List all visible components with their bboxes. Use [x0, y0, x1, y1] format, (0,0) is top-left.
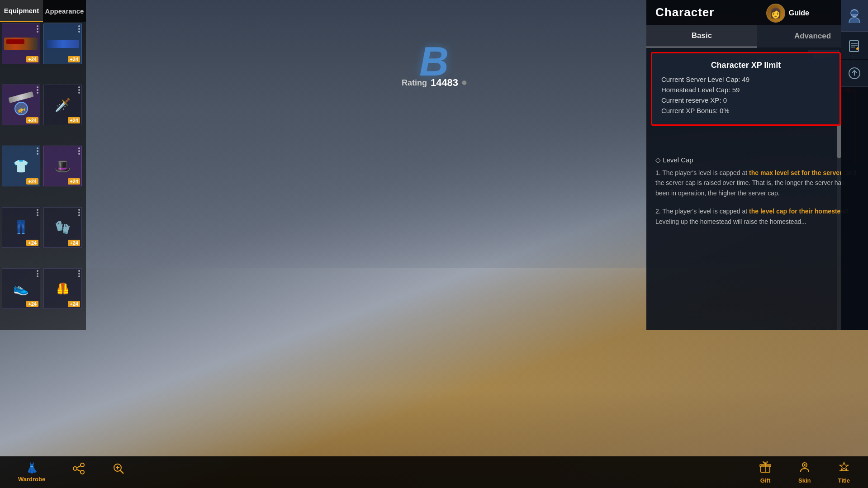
share-icon	[72, 462, 85, 478]
badge-item4: +24	[68, 117, 80, 123]
badge-drone: +24	[26, 117, 38, 123]
xp-row-bonus: Current XP Bonus: 0%	[661, 107, 830, 114]
character-title: Character	[655, 5, 714, 19]
bottom-zoom[interactable]	[112, 462, 125, 483]
equipment-grid: +24 +24 🚁 +24 🗡️ +24 👕 +24	[0, 22, 86, 330]
level-cap-p1: 1. The player's level is capped at the m…	[655, 168, 859, 198]
equip-item-vest[interactable]: 🦺 +24	[43, 268, 82, 309]
bottom-right-group: Gift Skin Title	[759, 461, 850, 484]
xp-tooltip: Character XP limit Current Server Level …	[651, 52, 841, 126]
equip-item-drone[interactable]: 🚁 +24	[2, 85, 40, 125]
equip-item-item4[interactable]: 🗡️ +24	[43, 85, 82, 125]
bottom-left-group: 👗 Wardrobe	[18, 462, 125, 483]
rating-display: Rating 14483	[402, 77, 466, 89]
main-tabs: Basic Advanced	[646, 25, 868, 47]
nav-edit-icon[interactable]	[841, 32, 868, 59]
svg-line-13	[77, 466, 81, 468]
rating-dot	[462, 81, 466, 85]
skin-icon	[799, 461, 811, 475]
badge-shotgun: +24	[68, 56, 80, 62]
guide-button[interactable]: 👩 Guide	[766, 4, 809, 23]
xp-row-reserve: Current reserve XP: 0	[661, 96, 830, 104]
bottom-share[interactable]	[72, 462, 85, 483]
title-bar: 👩 Guide Character ✕	[646, 0, 868, 25]
info-content: More∨ Character XP limit Current Server …	[646, 47, 868, 330]
gift-icon	[759, 461, 771, 475]
bottom-skin[interactable]: Skin	[798, 461, 811, 484]
rating-label: Rating	[402, 78, 427, 88]
gift-label: Gift	[760, 477, 770, 484]
nav-upload-icon[interactable]	[841, 60, 868, 87]
equip-item-shotgun[interactable]: +24	[43, 24, 82, 64]
skin-label: Skin	[798, 477, 811, 484]
equip-item-pants[interactable]: 👖 +24	[2, 207, 40, 248]
bottom-wardrobe[interactable]: 👗 Wardrobe	[18, 462, 45, 483]
tab-equipment[interactable]: Equipment	[0, 0, 43, 22]
scroll-thumb	[837, 122, 841, 158]
bottom-gift[interactable]: Gift	[759, 461, 771, 484]
left-panel: Equipment Appearance +24 +24 🚁 +24	[0, 0, 86, 330]
level-cap-title: ◇ Level Cap	[655, 156, 859, 164]
equip-item-gloves[interactable]: 🧤 +24	[43, 207, 82, 248]
equip-item-clothes[interactable]: 👕 +24	[2, 146, 40, 186]
badge-vest: +24	[68, 301, 80, 307]
equip-item-shoes[interactable]: 👟 +24	[2, 268, 40, 309]
xp-title: Character XP limit	[661, 61, 830, 70]
svg-line-14	[77, 469, 81, 471]
svg-point-10	[81, 463, 84, 467]
right-panel: 👩 Guide Character ✕ Basic Advanced More∨…	[646, 0, 868, 330]
tab-basic[interactable]: Basic	[646, 25, 757, 47]
badge-gloves: +24	[68, 240, 80, 246]
title-label: Title	[838, 477, 850, 484]
left-tabs: Equipment Appearance	[0, 0, 86, 22]
bottom-bar: 👗 Wardrobe	[0, 456, 868, 488]
svg-line-16	[120, 470, 123, 474]
right-nav	[841, 0, 868, 330]
badge-pants: +24	[26, 240, 38, 246]
zoom-icon	[112, 462, 125, 478]
equip-item-hat[interactable]: 🎩 +24	[43, 146, 82, 186]
guide-label: Guide	[789, 9, 809, 17]
nav-character-icon[interactable]	[841, 0, 868, 32]
tab-appearance[interactable]: Appearance	[43, 0, 86, 22]
badge-shoes: +24	[26, 301, 38, 307]
badge-rifle: +24	[26, 56, 38, 62]
level-cap-p2: 2. The player's level is capped at the l…	[655, 206, 859, 227]
scroll-area[interactable]	[837, 118, 841, 330]
xp-row-server: Current Server Level Cap: 49	[661, 76, 830, 83]
wardrobe-label: Wardrobe	[18, 476, 45, 483]
bottom-title[interactable]: Title	[838, 461, 850, 484]
svg-point-11	[73, 467, 77, 470]
title-icon	[838, 461, 850, 475]
text-content: ◇ Level Cap 1. The player's level is cap…	[646, 156, 868, 227]
svg-point-12	[81, 470, 84, 474]
svg-point-23	[804, 464, 806, 466]
badge-clothes: +24	[26, 178, 38, 185]
rating-value: 14483	[431, 77, 458, 89]
wardrobe-icon: 👗	[26, 462, 38, 474]
equip-item-rifle[interactable]: +24	[2, 24, 40, 64]
xp-row-homestead: Homestead Level Cap: 59	[661, 86, 830, 94]
badge-hat: +24	[68, 178, 80, 185]
